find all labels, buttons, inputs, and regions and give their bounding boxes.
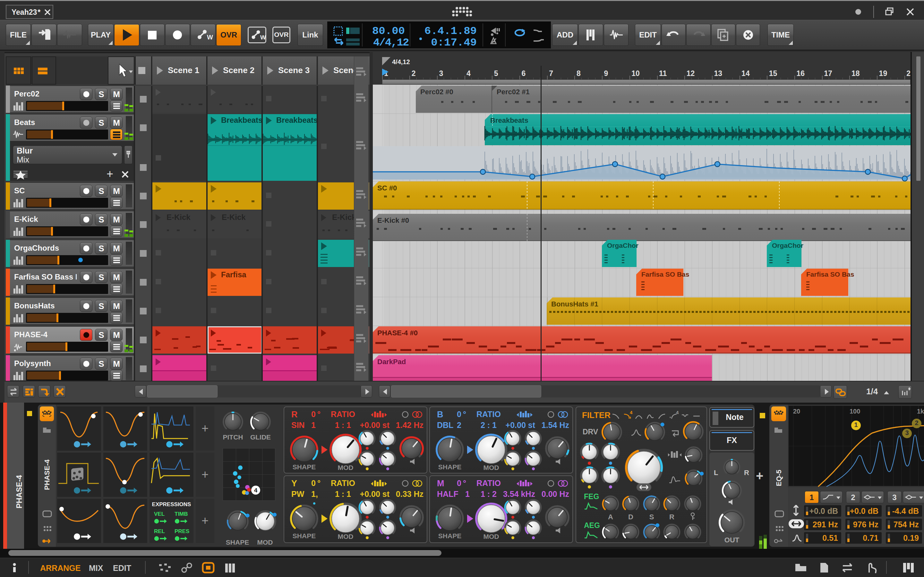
svg-text:M: M: [113, 272, 120, 282]
svg-text:S: S: [99, 186, 104, 196]
svg-text:M: M: [113, 330, 120, 340]
svg-text:S: S: [99, 215, 104, 224]
svg-text:W: W: [260, 34, 266, 41]
svg-text:S: S: [99, 330, 104, 340]
svg-text:S: S: [99, 89, 104, 99]
svg-text:M: M: [113, 359, 120, 369]
svg-text:S: S: [99, 359, 104, 369]
svg-text:4: 4: [254, 487, 258, 494]
svg-text:M: M: [113, 118, 120, 127]
svg-text:M: M: [113, 301, 120, 311]
svg-text:W: W: [207, 34, 213, 41]
svg-text:M: M: [113, 89, 120, 99]
svg-text:S: S: [99, 118, 104, 127]
svg-text:S: S: [99, 243, 104, 253]
svg-text:M: M: [113, 186, 120, 196]
svg-text:M: M: [113, 243, 120, 253]
svg-text:M: M: [113, 215, 120, 224]
svg-text:S: S: [99, 272, 104, 282]
svg-text:S: S: [99, 301, 104, 311]
